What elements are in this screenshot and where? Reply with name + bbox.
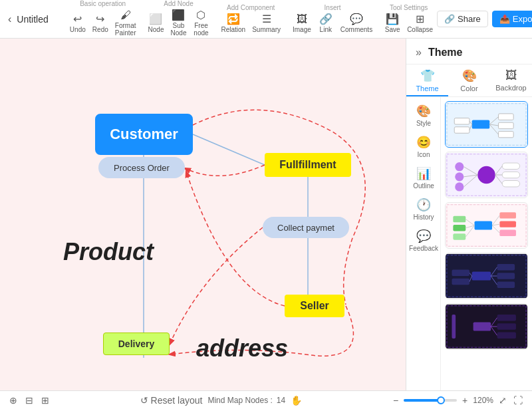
color-tab-icon: 🎨 — [462, 68, 477, 83]
canvas-area[interactable]: Customer Process Order Fullfillment Coll… — [0, 39, 406, 390]
svg-rect-20 — [502, 163, 519, 169]
reset-layout-button[interactable]: ↺ Reset layout — [139, 394, 204, 407]
svg-point-19 — [477, 166, 495, 184]
node-address[interactable]: address — [196, 335, 288, 362]
status-btn-3[interactable]: ⊞ — [40, 394, 51, 407]
theme-card-1[interactable] — [445, 101, 528, 148]
svg-rect-36 — [499, 221, 516, 227]
node-fulfillment[interactable]: Fullfillment — [265, 153, 351, 177]
save-button[interactable]: 💾 Save — [382, 13, 403, 35]
tool-settings-label: Tool Settings — [390, 4, 428, 11]
svg-rect-9 — [498, 131, 513, 137]
theme-card-5[interactable] — [445, 303, 528, 350]
node-product[interactable]: Product — [63, 238, 154, 266]
feedback-icon: 💬 — [416, 229, 431, 243]
svg-rect-52 — [497, 282, 515, 288]
collapse-icon: ⊞ — [416, 14, 424, 25]
svg-rect-64 — [497, 323, 516, 329]
node-seller[interactable]: Seller — [285, 295, 344, 317]
sidebar-icon-outline[interactable]: 📊 Outline — [406, 162, 441, 194]
svg-rect-34 — [475, 221, 492, 229]
tab-theme[interactable]: 👕 Theme — [406, 65, 448, 96]
summary-button[interactable]: ☰ Summary — [249, 13, 283, 35]
svg-rect-63 — [497, 315, 516, 321]
panel-body: 🎨 Style 😊 Icon 📊 Outline 🕐 History 💬 — [406, 97, 532, 390]
svg-rect-49 — [472, 271, 491, 280]
export-button[interactable]: 📤 Export — [492, 11, 532, 27]
sub-node-icon: ⬛ — [172, 10, 185, 21]
relation-button[interactable]: 🔁 Relation — [218, 13, 248, 35]
comments-button[interactable]: 💬 Comments — [338, 13, 375, 35]
svg-rect-40 — [453, 233, 466, 239]
svg-point-23 — [455, 162, 464, 171]
save-icon: 💾 — [386, 14, 399, 25]
redo-button[interactable]: ↪ Redo — [90, 13, 111, 35]
zoom-slider[interactable] — [404, 399, 457, 402]
svg-rect-10 — [454, 118, 469, 124]
link-button[interactable]: 🔗 Link — [315, 13, 336, 35]
nav-controls: ‹ Untitled — [5, 11, 59, 28]
fit-button[interactable]: ⤢ — [497, 394, 508, 407]
image-icon: 🖼 — [297, 14, 307, 25]
format-painter-icon: 🖌 — [120, 10, 131, 21]
right-panel: » Theme 👕 Theme 🎨 Color 🖼 Backdrop 🎨 — [406, 39, 532, 390]
comments-icon: 💬 — [350, 14, 363, 25]
image-button[interactable]: 🖼 Image — [290, 13, 314, 35]
add-component-label: Add Component — [227, 4, 275, 11]
svg-rect-11 — [454, 127, 469, 133]
svg-rect-35 — [499, 212, 516, 218]
panel-header: » Theme — [406, 39, 532, 65]
free-node-button[interactable]: ⬡ Free node — [190, 9, 211, 38]
zoom-slider-thumb — [437, 396, 445, 404]
sub-node-button[interactable]: ⬛ Sub Node — [168, 9, 189, 38]
drag-button[interactable]: ✋ — [289, 394, 303, 407]
sidebar-icon-history[interactable]: 🕐 History — [406, 194, 441, 225]
node-collect[interactable]: Collect paymet — [263, 217, 349, 238]
svg-rect-38 — [453, 216, 466, 222]
export-icon: 📤 — [499, 14, 510, 24]
svg-rect-39 — [453, 225, 466, 231]
insert-label: Insert — [325, 4, 341, 11]
fullscreen-button[interactable]: ⛶ — [512, 394, 524, 407]
tab-backdrop[interactable]: 🖼 Backdrop — [490, 65, 532, 96]
panel-collapse-button[interactable]: » — [414, 45, 423, 60]
status-btn-2[interactable]: ⊟ — [24, 394, 35, 407]
undo-icon: ↩ — [73, 14, 82, 25]
collapse-button[interactable]: ⊞ Collapse — [404, 13, 436, 35]
zoom-slider-fill — [404, 399, 441, 402]
sidebar-icon-icon[interactable]: 😊 Icon — [406, 131, 441, 162]
back-button[interactable]: ‹ — [5, 11, 14, 28]
link-icon: 🔗 — [319, 14, 332, 25]
theme-card-2[interactable] — [445, 152, 528, 198]
free-node-icon: ⬡ — [196, 10, 205, 21]
toolbar-right: 🔗 Share 📤 Export — [437, 11, 532, 27]
sidebar-icon-style[interactable]: 🎨 Style — [406, 100, 441, 131]
main-content: Customer Process Order Fullfillment Coll… — [0, 39, 532, 390]
status-btn-1[interactable]: ⊕ — [8, 394, 19, 407]
svg-rect-7 — [498, 114, 513, 120]
sidebar-icon-feedback[interactable]: 💬 Feedback — [406, 225, 441, 256]
node-customer[interactable]: Customer — [95, 114, 193, 155]
theme-card-3[interactable] — [445, 202, 528, 249]
svg-rect-22 — [502, 181, 519, 187]
relation-icon: 🔁 — [227, 14, 240, 25]
svg-rect-51 — [497, 273, 515, 279]
app-title: Untitled — [17, 14, 48, 25]
undo-button[interactable]: ↩ Undo — [67, 13, 88, 35]
tab-color[interactable]: 🎨 Color — [448, 65, 490, 96]
theme-card-4[interactable] — [445, 253, 528, 299]
node-delivery[interactable]: Delivery — [103, 333, 170, 355]
backdrop-tab-icon: 🖼 — [505, 68, 517, 82]
panel-left-icons: 🎨 Style 😊 Icon 📊 Outline 🕐 History 💬 — [406, 97, 441, 390]
zoom-out-button[interactable]: − — [392, 394, 400, 407]
zoom-in-button[interactable]: + — [461, 394, 469, 407]
node-process[interactable]: Process Order — [98, 157, 185, 178]
icon-icon: 😊 — [416, 135, 431, 150]
share-button[interactable]: 🔗 Share — [437, 11, 488, 27]
panel-title: Theme — [428, 47, 463, 59]
basic-operation-group: Basic operation ↩ Undo ↪ Redo 🖌 Format P… — [67, 0, 139, 38]
history-icon: 🕐 — [416, 198, 431, 212]
format-painter-button[interactable]: 🖌 Format Painter — [112, 9, 139, 38]
outline-icon: 📊 — [416, 166, 431, 181]
node-button[interactable]: ⬜ Node — [145, 13, 166, 35]
